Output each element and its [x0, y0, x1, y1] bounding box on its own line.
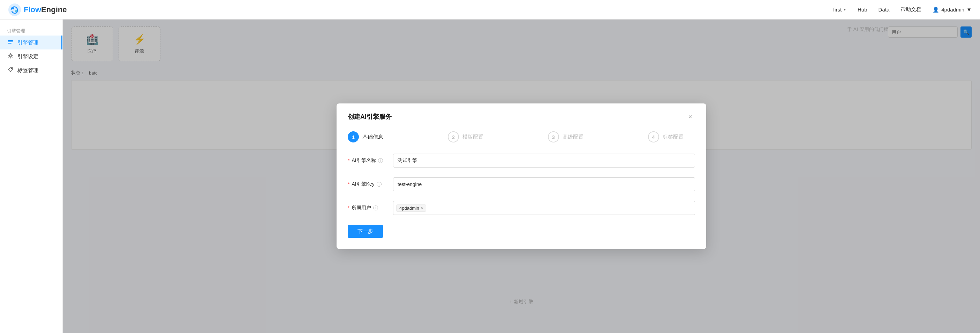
form-row-key: * AI引擎Key i — [348, 177, 695, 191]
user-menu[interactable]: 👤 4pdadmin ▼ — [932, 6, 972, 13]
step-3-circle: 3 — [548, 131, 559, 143]
user-tag: 4pdadmin × — [396, 205, 426, 212]
svg-point-7 — [11, 68, 12, 69]
step-1-circle: 1 — [348, 131, 359, 143]
hub-link[interactable]: Hub — [858, 6, 867, 13]
svg-point-1 — [12, 7, 14, 10]
user-tag-input[interactable]: 4pdadmin × — [393, 201, 695, 215]
sidebar-item-label: 引擎管理 — [18, 40, 38, 46]
user-arrow-icon: ▼ — [966, 6, 972, 13]
user-info-icon[interactable]: i — [373, 206, 378, 210]
user-tag-close[interactable]: × — [421, 206, 423, 210]
modal-title: 创建AI引擎服务 — [348, 113, 391, 121]
step-3: 3 高级配置 — [548, 131, 595, 143]
form-label-user: * 所属用户 i — [348, 205, 393, 211]
step-1: 1 基础信息 — [348, 131, 395, 143]
step-4-circle: 4 — [648, 131, 659, 143]
form-actions: 下一步 — [348, 225, 695, 238]
form-row-user: * 所属用户 i 4pdadmin × — [348, 201, 695, 215]
docs-link[interactable]: 帮助文档 — [900, 6, 921, 13]
topbar: FlowEngine first ▼ Hub Data 帮助文档 👤 4pdad… — [0, 0, 980, 19]
main-layout: 引擎管理 引擎管理 引擎设定 — [0, 19, 980, 333]
sidebar-item-engine-management[interactable]: 引擎管理 — [0, 35, 62, 49]
logo-area: FlowEngine — [8, 3, 67, 16]
modal-header: 创建AI引擎服务 × — [337, 103, 706, 128]
sidebar-section-title: 引擎管理 — [0, 25, 62, 35]
modal-form: * AI引擎名称 i * AI引擎Key i — [337, 151, 706, 249]
sidebar-item-label: 引擎设定 — [18, 53, 38, 60]
required-star-key: * — [348, 181, 350, 187]
step-line-1 — [398, 137, 445, 137]
modal-dialog: 创建AI引擎服务 × 1 基础信息 2 模版配置 — [337, 103, 706, 249]
step-line-3 — [598, 137, 645, 137]
svg-rect-5 — [8, 43, 11, 44]
step-2: 2 模版配置 — [448, 131, 495, 143]
required-star-user: * — [348, 205, 350, 211]
step-line-2 — [498, 137, 545, 137]
step-3-label: 高级配置 — [563, 134, 584, 140]
workspace-selector[interactable]: first ▼ — [833, 6, 846, 13]
step-2-label: 模版配置 — [463, 134, 484, 140]
modal-backdrop: 创建AI引擎服务 × 1 基础信息 2 模版配置 — [63, 19, 980, 333]
key-info-icon[interactable]: i — [377, 182, 382, 187]
step-2-circle: 2 — [448, 131, 459, 143]
sidebar-item-engine-settings[interactable]: 引擎设定 — [0, 49, 62, 63]
tag-management-icon — [7, 67, 14, 74]
sidebar-item-label: 标签管理 — [18, 67, 38, 74]
svg-rect-3 — [8, 40, 13, 41]
engine-name-input[interactable] — [393, 154, 695, 168]
user-icon: 👤 — [932, 6, 939, 13]
svg-point-6 — [10, 55, 11, 57]
form-label-key: * AI引擎Key i — [348, 181, 393, 187]
svg-point-0 — [8, 3, 21, 16]
required-star-name: * — [348, 158, 350, 163]
main-content: 🏥 医疗 ⚡ 能源 状态： batc 于 AI 应用的低门槛、高效 🔍 + 新增… — [63, 19, 980, 333]
logo-text: FlowEngine — [24, 5, 67, 14]
modal-close-button[interactable]: × — [685, 112, 695, 122]
steps-container: 1 基础信息 2 模版配置 3 高级配置 — [337, 128, 706, 151]
data-link[interactable]: Data — [878, 6, 890, 13]
engine-management-icon — [7, 39, 14, 46]
sidebar: 引擎管理 引擎管理 引擎设定 — [0, 19, 63, 333]
logo-icon — [8, 3, 21, 16]
topbar-right: first ▼ Hub Data 帮助文档 👤 4pdadmin ▼ — [833, 6, 972, 13]
form-label-name: * AI引擎名称 i — [348, 157, 393, 164]
engine-key-input[interactable] — [393, 177, 695, 191]
name-info-icon[interactable]: i — [378, 158, 383, 163]
form-row-name: * AI引擎名称 i — [348, 154, 695, 168]
step-4: 4 标签配置 — [648, 131, 695, 143]
workspace-arrow-icon: ▼ — [843, 8, 846, 11]
engine-settings-icon — [7, 53, 14, 60]
svg-rect-4 — [8, 41, 13, 42]
svg-point-2 — [15, 10, 17, 12]
step-4-label: 标签配置 — [663, 134, 684, 140]
step-1-label: 基础信息 — [362, 134, 383, 140]
sidebar-item-tag-management[interactable]: 标签管理 — [0, 63, 62, 77]
next-step-button[interactable]: 下一步 — [348, 225, 383, 238]
